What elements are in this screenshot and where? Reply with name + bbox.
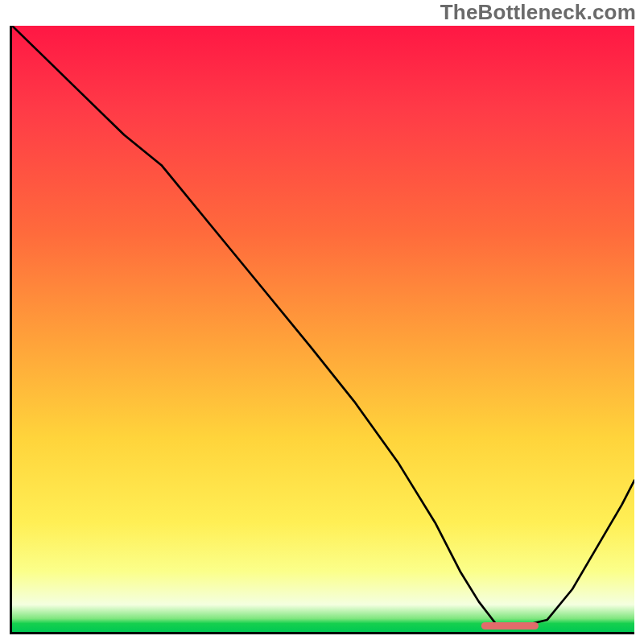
chart-frame: TheBottleneck.com [0,0,644,644]
chart-svg [12,26,634,632]
plot-area [10,26,634,634]
watermark-text: TheBottleneck.com [440,0,636,25]
bottleneck-curve [12,26,634,625]
